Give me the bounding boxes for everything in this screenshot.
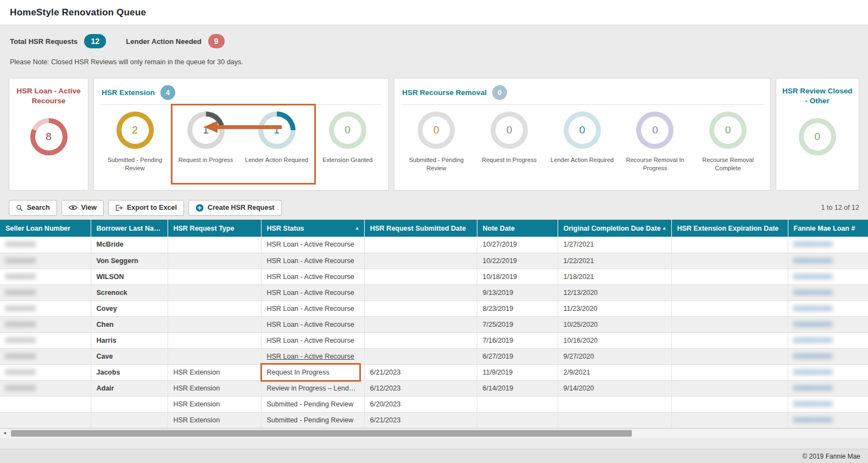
table-row[interactable]: 0000000WILSONHSR Loan - Active Recourse1… [0,269,868,285]
masked-cell: 0000000 [0,285,91,300]
table-row[interactable]: 0000000McBrideHSR Loan - Active Recourse… [0,237,868,253]
table-cell: 11/23/2020 [558,300,671,316]
donut-counter[interactable]: 0Recourse Removal Complete [693,111,763,173]
table-cell: 9/13/2019 [477,285,558,300]
redacted-value: 000000000 [794,384,833,392]
table-row[interactable]: 0000000CoveyHSR Loan - Active Recourse8/… [0,300,868,316]
export-to-excel-button[interactable]: Export to Excel [108,200,184,216]
table-cell [364,269,477,285]
donut-ring: 0 [709,111,747,149]
column-header-label: Borrower Last Name [97,225,164,232]
masked-cell: 000000000 [788,380,868,396]
column-header[interactable]: Note Date [477,220,558,237]
table-cell: HSR Loan - Active Recourse [261,316,364,332]
table-cell [671,253,788,269]
table-row[interactable]: 0000000JacobsHSR ExtensionRequest In Pro… [0,364,868,380]
redacted-value: 000000000 [794,305,833,313]
table-cell [671,269,788,285]
results-grid: Seller Loan NumberBorrower Last NameHSR … [0,220,868,428]
create-button-label: Create HSR Request [208,204,275,211]
column-header[interactable]: Borrower Last Name [91,220,168,237]
donut-value: 0 [569,116,596,144]
table-cell [671,412,788,428]
toolbar: Search View Export to Excel Create HSR R… [0,194,868,220]
donut-counter[interactable]: 0 [783,118,852,155]
column-header[interactable]: Seller Loan Number [0,220,91,237]
table-cell: 9/27/2020 [558,348,671,364]
copyright-text: © 2019 Fannie Mae [802,453,860,460]
masked-cell: 0000000 [0,364,91,380]
masked-cell: 000000000 [788,269,868,285]
redacted-value: 0000000 [5,241,36,248]
plus-circle-icon [196,204,204,212]
donut-counter[interactable]: 1Request in Progress [171,111,241,173]
column-header[interactable]: HSR Request Submitted Date [364,220,477,237]
table-cell [364,348,477,364]
queue-note: Please Note: Closed HSR Reviews will onl… [10,58,858,66]
masked-cell: 0000000 [0,332,91,348]
table-cell [558,412,671,428]
lender-action-label: Lender Action Needed [126,37,201,46]
donut-counter[interactable]: 0Lender Action Required [548,111,617,173]
column-header[interactable]: HSR Extension Expiration Date [671,220,788,237]
donut-counter[interactable]: 0Request in Progress [475,111,544,173]
scroll-left-arrow-icon[interactable]: ◄ [0,429,9,438]
table-cell: 11/9/2019 [477,364,558,380]
table-cell [671,285,788,300]
table-cell: HSR Extension [168,412,261,428]
app-footer: © 2019 Fannie Mae [0,449,868,463]
donut-ring: 2 [116,111,154,149]
view-button[interactable]: View [62,200,104,216]
table-cell: WILSON [91,269,168,285]
table-head-row: Seller Loan NumberBorrower Last NameHSR … [0,220,868,237]
table-row[interactable]: 0000000AdairHSR ExtensionReview in Progr… [0,380,868,396]
donut-counter[interactable]: 0Recourse Removal In Progress [620,111,689,173]
table-cell: 6/12/2023 [364,380,477,396]
table-row[interactable]: 0000000HarrisHSR Loan - Active Recourse7… [0,332,868,348]
table-row[interactable]: 0000000CaveHSR Loan - Active Recourse6/2… [0,348,868,364]
card-title: HSR Loan - Active Recourse [15,84,82,106]
page-title: HomeStyle Renovation Queue [10,7,146,18]
table-cell: 8/23/2019 [477,300,558,316]
table-cell: 7/16/2019 [477,332,558,348]
horizontal-scrollbar[interactable]: ◄ [0,428,868,438]
export-icon [115,204,123,211]
table-cell: Harris [91,332,168,348]
donut-value: 8 [35,123,63,150]
donut-value: 0 [496,116,523,144]
donut-ring: 1 [187,111,225,149]
table-row[interactable]: 0000000ChenHSR Loan - Active Recourse7/2… [0,316,868,332]
table-row[interactable]: 0000000Von SeggernHSR Loan - Active Reco… [0,253,868,269]
table-cell: 10/18/2019 [477,269,558,285]
table-cell: HSR Extension [168,380,261,396]
column-header[interactable]: Fannie Mae Loan # [788,220,868,237]
table-row[interactable]: HSR ExtensionSubmitted - Pending Review6… [0,396,868,412]
scrollbar-thumb[interactable] [11,430,632,437]
donut-counter[interactable]: 0Submitted - Pending Review [402,111,471,173]
table-cell [168,332,261,348]
table-cell: HSR Loan - Active Recourse [261,269,364,285]
donut-value: 0 [641,116,669,144]
donut-counter[interactable]: 1Lender Action Required [242,111,311,173]
redacted-value: 0000000 [5,273,36,281]
donut-value: 1 [263,116,291,144]
column-header[interactable]: Original Completion Due Date▲ [558,220,671,237]
column-header-label: HSR Status [267,225,304,232]
donut-group: 2Submitted - Pending Review1Request in P… [99,111,383,173]
table-cell: HSR Loan - Active Recourse [261,332,364,348]
column-header[interactable]: HSR Status▲ [261,220,364,237]
create-hsr-request-button[interactable]: Create HSR Request [188,200,282,216]
donut-ring: 8 [30,118,68,155]
table-cell [671,300,788,316]
table-cell [477,396,558,412]
column-header[interactable]: HSR Request Type [168,220,261,237]
table-row[interactable]: HSR ExtensionSubmitted - Pending Review6… [0,412,868,428]
table-row[interactable]: 0000000ScrenockHSR Loan - Active Recours… [0,285,868,300]
donut-counter[interactable]: 0Extension Granted [313,111,382,173]
search-button[interactable]: Search [9,200,57,216]
donut-label: Submitted - Pending Review [404,156,469,173]
donut-counter[interactable]: 2Submitted - Pending Review [101,111,170,173]
lender-action-badge: 9 [208,34,225,48]
donut-counter[interactable]: 8 [15,118,82,155]
table-cell: 10/27/2019 [477,237,558,253]
